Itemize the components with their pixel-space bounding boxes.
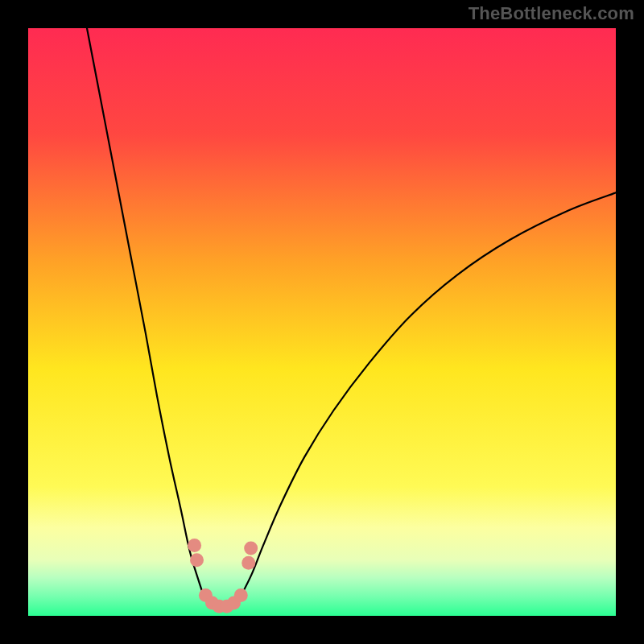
marker-dot [244, 542, 258, 555]
marker-dot [190, 553, 204, 567]
marker-dot [188, 539, 201, 552]
chart-svg [28, 28, 616, 616]
marker-dot [234, 588, 248, 602]
gradient-background [28, 28, 616, 616]
chart-frame: TheBottleneck.com [0, 0, 644, 644]
marker-dot [242, 556, 255, 570]
plot-area [28, 28, 616, 616]
watermark-label: TheBottleneck.com [469, 3, 634, 24]
